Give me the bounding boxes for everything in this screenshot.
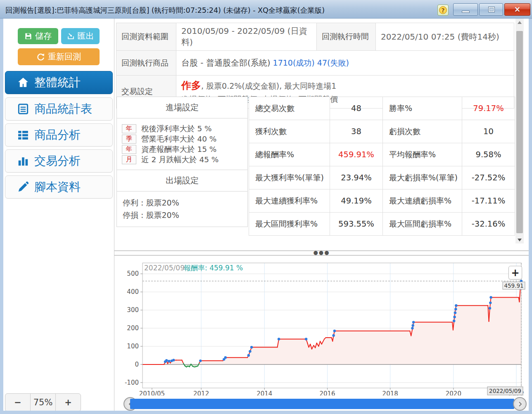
- document-table-icon: [17, 103, 29, 115]
- rerun-label: 重新回測: [48, 51, 81, 62]
- svg-text:200: 200: [127, 324, 139, 332]
- table-row: 最大連續獲利率% 49.19% 最大連續虧損率% -17.11%: [249, 189, 515, 213]
- svg-text:2022/05/09: 2022/05/09: [144, 264, 185, 272]
- data-range-value: 2010/05/09 - 2022/05/09 (日資料): [181, 26, 307, 47]
- table-row: 最大獲利率%(單筆) 23.94% 最大虧損率%(單筆) -27.52%: [249, 166, 515, 189]
- sidebar-item-script-data[interactable]: 腳本資料: [5, 175, 113, 199]
- stat-value: -32.16%: [462, 213, 515, 236]
- stat-value: -27.52%: [462, 166, 515, 189]
- save-button[interactable]: 儲存: [18, 28, 58, 44]
- titlebar[interactable]: 回測報告[選股]:巴菲特高護城河三原則[台股] (執行時間:07:25:24) …: [0, 0, 532, 19]
- svg-text:-100: -100: [125, 379, 139, 386]
- stat-label: 最大虧損率%(單筆): [383, 166, 462, 189]
- stat-label: 最大區間虧損率%: [383, 213, 462, 236]
- chart-horizontal-scrollbar: [114, 396, 529, 411]
- info-label: 回測資料範圍: [116, 23, 176, 51]
- stat-label: 平均報酬率%: [383, 143, 462, 166]
- entry-exit-settings-panel: 進場設定 年稅後淨利率大於 5 % 季營業毛利率大於 40 % 年資產報酬率大於…: [116, 97, 248, 227]
- save-label: 儲存: [35, 31, 52, 42]
- rerun-backtest-button[interactable]: 重新回測: [18, 48, 100, 65]
- window-border: [529, 19, 532, 414]
- stat-label: 獲利次數: [249, 120, 330, 143]
- scrollbar-track[interactable]: [130, 399, 514, 409]
- stat-label: 最大區間獲利率%: [249, 213, 330, 236]
- table-row: 總報酬率% 459.91% 平均報酬率% 9.58%: [249, 143, 515, 166]
- stat-value: 10: [462, 120, 515, 143]
- svg-text:459.91: 459.91: [504, 282, 523, 289]
- zoom-control: − 75% +: [5, 393, 81, 412]
- scroll-right-button[interactable]: [513, 397, 527, 411]
- period-badge: 年: [122, 124, 136, 133]
- sidebar-item-trade-analysis[interactable]: 交易分析: [5, 149, 113, 173]
- entry-rule-text: 資產報酬率大於 15 %: [141, 144, 216, 154]
- question-icon: ?: [439, 6, 447, 14]
- universe-value: 台股 - 普通股全部(系統): [181, 58, 271, 68]
- close-button[interactable]: ×: [504, 3, 530, 16]
- stat-value: -17.11%: [462, 189, 515, 213]
- stat-label: 總交易次數: [249, 97, 330, 120]
- stat-label: 虧損次數: [383, 120, 462, 143]
- sidebar-item-symbol-analysis[interactable]: 商品分析: [5, 123, 113, 147]
- svg-text:100: 100: [127, 343, 139, 350]
- maximize-button[interactable]: [479, 3, 503, 16]
- svg-text:報酬率: 459.91 %: 報酬率: 459.91 %: [184, 264, 243, 272]
- vertical-scrollbar[interactable]: [515, 19, 524, 244]
- scrollbar-thumb[interactable]: [516, 31, 523, 233]
- svg-text:300: 300: [127, 306, 139, 314]
- equity-curve-chart: 5004003002001000-1002010/052012201420162…: [114, 257, 529, 395]
- window-title: 回測報告[選股]:巴菲特高護城河三原則[台股] (執行時間:07:25:24) …: [5, 5, 325, 15]
- table-row: 最大區間獲利率% 593.55% 最大區間虧損率% -32.16%: [249, 213, 515, 236]
- export-button[interactable]: 匯出: [61, 28, 100, 44]
- zoom-out-button[interactable]: −: [5, 394, 31, 411]
- chart-zoom-in-button[interactable]: +: [508, 266, 522, 279]
- stat-label: 勝率%: [383, 97, 462, 120]
- entry-rule-text: 營業毛利率大於 40 %: [141, 134, 216, 144]
- info-label: 回測執行時間: [317, 23, 376, 51]
- exit-rule-text: 停損 : 股票20%: [123, 209, 247, 221]
- backtest-report-window: 回測報告[選股]:巴菲特高護城河三原則[台股] (執行時間:07:25:24) …: [0, 0, 532, 414]
- list-icon: [17, 129, 29, 141]
- stat-label: 最大連續獲利率%: [249, 189, 330, 213]
- svg-text:0: 0: [135, 361, 139, 368]
- window-border: [0, 19, 3, 414]
- svg-text:2018: 2018: [382, 390, 398, 395]
- stat-value: 79.17%: [462, 97, 515, 120]
- window-border: [0, 411, 532, 414]
- zoom-level: 75%: [31, 394, 55, 411]
- fail-count-link[interactable]: 47(失敗): [317, 58, 349, 67]
- pane-splitter[interactable]: ●●●: [114, 251, 529, 255]
- sidebar-item-symbol-stats-table[interactable]: 商品統計表: [5, 97, 113, 121]
- stat-value: 48: [330, 97, 383, 120]
- exit-rules: 停利 : 股票20% 停損 : 股票20%: [117, 192, 247, 227]
- chevron-right-icon: [517, 401, 523, 407]
- home-icon: [17, 76, 29, 89]
- equity-chart-svg[interactable]: 5004003002001000-1002010/052012201420162…: [114, 257, 529, 395]
- sidebar-item-label: 腳本資料: [34, 179, 81, 195]
- help-button[interactable]: ?: [437, 5, 449, 16]
- sidebar-item-label: 交易分析: [34, 153, 81, 169]
- trade-settings-line1: , 股票0.2%(成交金額), 最大同時進場1: [201, 81, 336, 90]
- period-badge: 月: [122, 155, 136, 164]
- period-badge: 年: [122, 145, 136, 154]
- refresh-icon: [36, 52, 45, 61]
- sidebar-item-label: 商品統計表: [34, 101, 92, 117]
- direction-value: 作多: [181, 80, 201, 91]
- sidebar-item-overall-stats[interactable]: 整體統計: [5, 71, 113, 94]
- export-label: 匯出: [78, 31, 94, 42]
- minimize-icon: [462, 11, 470, 13]
- sidebar-item-label: 商品分析: [34, 127, 81, 143]
- success-count-link[interactable]: 1710(成功): [273, 58, 315, 67]
- svg-text:2010/05: 2010/05: [139, 390, 165, 395]
- stat-value: 49.19%: [330, 189, 383, 213]
- minimize-button[interactable]: [453, 3, 478, 16]
- zoom-in-button[interactable]: +: [55, 394, 81, 411]
- exit-rule-text: 停利 : 股票20%: [123, 196, 247, 209]
- scroll-up-arrow[interactable]: [515, 19, 524, 26]
- scroll-down-arrow[interactable]: [515, 236, 524, 244]
- bar-chart-icon: [17, 155, 29, 167]
- sidebar: 儲存 匯出 重新回測 整體: [3, 19, 114, 411]
- entry-rules: 年稅後淨利率大於 5 % 季營業毛利率大於 40 % 年資產報酬率大於 15 %…: [117, 118, 247, 170]
- stat-label: 總報酬率%: [249, 143, 330, 166]
- stat-value: 23.94%: [330, 166, 383, 189]
- entry-settings-title: 進場設定: [117, 97, 247, 118]
